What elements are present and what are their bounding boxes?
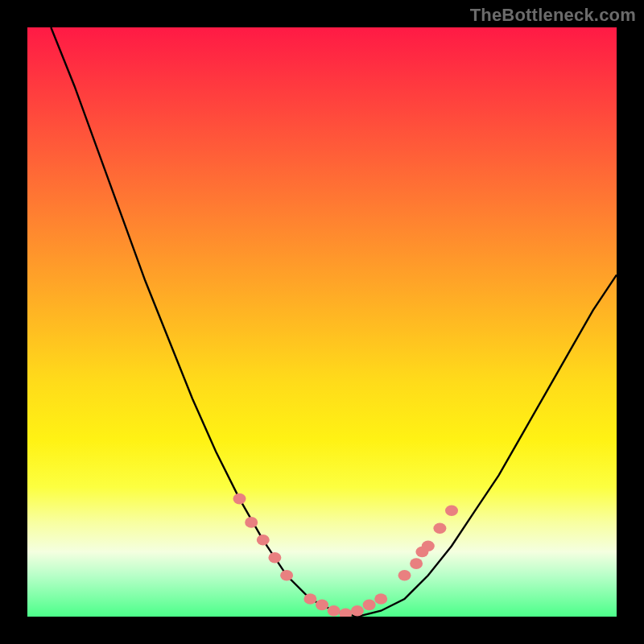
- curve-marker: [398, 570, 411, 581]
- curve-marker: [422, 540, 435, 551]
- curve-marker: [280, 570, 293, 581]
- chart-frame: TheBottleneck.com: [0, 0, 644, 644]
- curve-marker: [257, 535, 270, 546]
- curve-marker: [328, 605, 341, 617]
- curve-layer: [27, 27, 617, 617]
- curve-marker: [363, 600, 376, 611]
- markers-right-branch: [398, 505, 459, 580]
- curve-marker: [339, 609, 352, 617]
- markers-left-branch: [233, 493, 294, 581]
- plot-area: [27, 27, 617, 617]
- curve-marker: [410, 558, 423, 569]
- curve-marker: [233, 493, 246, 505]
- curve-marker: [351, 605, 364, 617]
- watermark-label: TheBottleneck.com: [470, 5, 636, 26]
- curve-marker: [433, 522, 446, 534]
- curve-marker: [374, 593, 387, 605]
- curve-marker: [316, 600, 328, 611]
- bottleneck-curve: [51, 27, 617, 617]
- curve-marker: [445, 505, 458, 516]
- curve-marker: [303, 593, 316, 605]
- curve-marker: [245, 517, 258, 528]
- curve-marker: [268, 552, 281, 564]
